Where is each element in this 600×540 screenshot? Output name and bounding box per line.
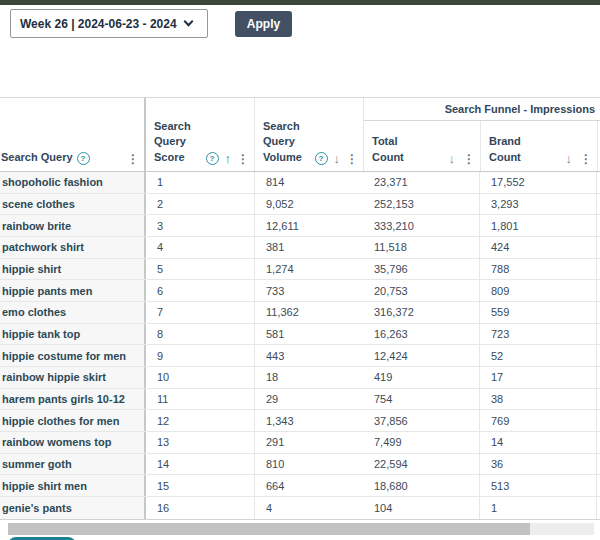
table-row: rainbow hippie skirt101841917 [0, 367, 600, 389]
cell-search-query-volume: 1,343 [255, 410, 363, 431]
cell-total-count: 35,796 [363, 259, 480, 280]
cell-search-query-volume: 810 [255, 454, 363, 475]
cell-search-query-score: 2 [146, 194, 255, 215]
cell-search-query: hippie shirt men [0, 475, 146, 496]
partial-teal-button[interactable] [8, 537, 76, 540]
column-label: Search Query [1, 150, 73, 165]
cell-search-query: hippie pants men [0, 280, 146, 301]
cell-search-query: patchwork shirt [0, 237, 146, 258]
cell-search-query-volume: 733 [255, 280, 363, 301]
column-label: Search Query Volume [263, 119, 311, 165]
table-row: summer goth1481022,59436 [0, 454, 600, 476]
cell-search-query: hippie shirt [0, 259, 146, 280]
cell-brand-count: 809 [480, 280, 597, 301]
table-row: hippie costume for men944312,42452 [0, 345, 600, 367]
cell-brand-count: 424 [480, 237, 597, 258]
column-header-total-count[interactable]: Total Count ↓ ⋮ [364, 121, 481, 171]
column-header-search-query[interactable]: Search Query ? ⋮ [0, 98, 146, 171]
week-selector-dropdown[interactable]: Week 26 | 2024-06-23 - 2024 [10, 9, 208, 38]
cell-search-query-score: 13 [146, 432, 255, 453]
column-header-brand-count[interactable]: Brand Count ↓ ⋮ [481, 121, 598, 171]
cell-search-query: hippie costume for men [0, 345, 146, 366]
cell-search-query-score: 3 [146, 215, 255, 236]
cell-brand-count: 1 [480, 497, 597, 519]
table-row: hippie pants men673320,753809 [0, 280, 600, 302]
table-row: patchwork shirt438111,518424 [0, 237, 600, 259]
kebab-menu-icon[interactable]: ⋮ [346, 153, 358, 165]
sort-descending-icon[interactable]: ↓ [566, 152, 573, 165]
cell-search-query: emo clothes [0, 302, 146, 323]
cell-search-query-score: 9 [146, 345, 255, 366]
sort-descending-icon[interactable]: ↓ [334, 152, 341, 165]
cell-brand-count: 788 [480, 259, 597, 280]
cell-search-query-score: 6 [146, 280, 255, 301]
horizontal-scrollbar-track[interactable] [8, 523, 594, 535]
cell-search-query-volume: 581 [255, 324, 363, 345]
cell-brand-count: 769 [480, 410, 597, 431]
cell-search-query-score: 11 [146, 389, 255, 410]
cell-total-count: 20,753 [363, 280, 480, 301]
cell-total-count: 333,210 [363, 215, 480, 236]
kebab-menu-icon[interactable]: ⋮ [127, 153, 139, 165]
cell-search-query-volume: 1,274 [255, 259, 363, 280]
cell-brand-count: 559 [480, 302, 597, 323]
sort-ascending-icon[interactable]: ↑ [225, 152, 232, 165]
kebab-menu-icon[interactable]: ⋮ [463, 153, 475, 165]
week-selector-value: Week 26 | 2024-06-23 - 2024 [20, 17, 183, 31]
table-row: hippie shirt51,27435,796788 [0, 259, 600, 281]
cell-search-query-volume: 29 [255, 389, 363, 410]
table-row: genie's pants1641041 [0, 497, 600, 519]
help-icon[interactable]: ? [315, 152, 328, 165]
cell-total-count: 22,594 [363, 454, 480, 475]
cell-search-query-score: 16 [146, 497, 255, 519]
sort-descending-icon[interactable]: ↓ [449, 152, 456, 165]
cell-search-query: harem pants girls 10-12 [0, 389, 146, 410]
cell-search-query-score: 5 [146, 259, 255, 280]
cell-search-query: summer goth [0, 454, 146, 475]
table-row: hippie tank top858116,263723 [0, 324, 600, 346]
cell-brand-count: 52 [480, 345, 597, 366]
cell-search-query: rainbow hippie skirt [0, 367, 146, 388]
cell-search-query-score: 10 [146, 367, 255, 388]
table-body: shopoholic fashion181423,37117,552scene … [0, 172, 600, 520]
cell-search-query-score: 15 [146, 475, 255, 496]
cell-total-count: 754 [363, 389, 480, 410]
cell-search-query-volume: 381 [255, 237, 363, 258]
cell-brand-count: 14 [480, 432, 597, 453]
column-label: Search Query Score [154, 119, 202, 165]
column-header-search-query-score[interactable]: Search Query Score ? ↑ ⋮ [146, 98, 255, 171]
table-row: hippie shirt men1566418,680513 [0, 475, 600, 497]
top-border-strip [0, 0, 600, 5]
cell-search-query: rainbow brite [0, 215, 146, 236]
filter-bar: Week 26 | 2024-06-23 - 2024 Apply [10, 9, 600, 40]
column-header-search-query-volume[interactable]: Search Query Volume ? ↓ ⋮ [255, 98, 363, 171]
table-header: Search Query ? ⋮ Search Query Score ? ↑ … [0, 97, 600, 172]
cell-search-query-volume: 814 [255, 172, 363, 193]
cell-search-query-volume: 18 [255, 367, 363, 388]
cell-search-query: shopoholic fashion [0, 172, 146, 193]
table-row: shopoholic fashion181423,37117,552 [0, 172, 600, 194]
group-header-label: Search Funnel - Impressions [364, 98, 600, 121]
table-row: emo clothes711,362316,372559 [0, 302, 600, 324]
horizontal-scrollbar-thumb[interactable] [8, 523, 530, 535]
cell-total-count: 16,263 [363, 324, 480, 345]
cell-search-query-volume: 291 [255, 432, 363, 453]
apply-button[interactable]: Apply [235, 11, 292, 37]
cell-search-query-score: 14 [146, 454, 255, 475]
cell-search-query: rainbow womens top [0, 432, 146, 453]
cell-search-query-volume: 11,362 [255, 302, 363, 323]
kebab-menu-icon[interactable]: ⋮ [237, 153, 249, 165]
column-label: Brand Count [489, 134, 529, 165]
help-icon[interactable]: ? [206, 152, 219, 165]
search-query-performance-table: Search Query ? ⋮ Search Query Score ? ↑ … [0, 97, 600, 520]
kebab-menu-icon[interactable]: ⋮ [580, 153, 592, 165]
cell-brand-count: 3,293 [480, 194, 597, 215]
cell-search-query-score: 7 [146, 302, 255, 323]
table-row: hippie clothes for men121,34337,856769 [0, 410, 600, 432]
cell-search-query-score: 12 [146, 410, 255, 431]
cell-search-query-volume: 9,052 [255, 194, 363, 215]
cell-total-count: 12,424 [363, 345, 480, 366]
help-icon[interactable]: ? [77, 152, 90, 165]
cell-brand-count: 36 [480, 454, 597, 475]
cell-search-query-score: 8 [146, 324, 255, 345]
